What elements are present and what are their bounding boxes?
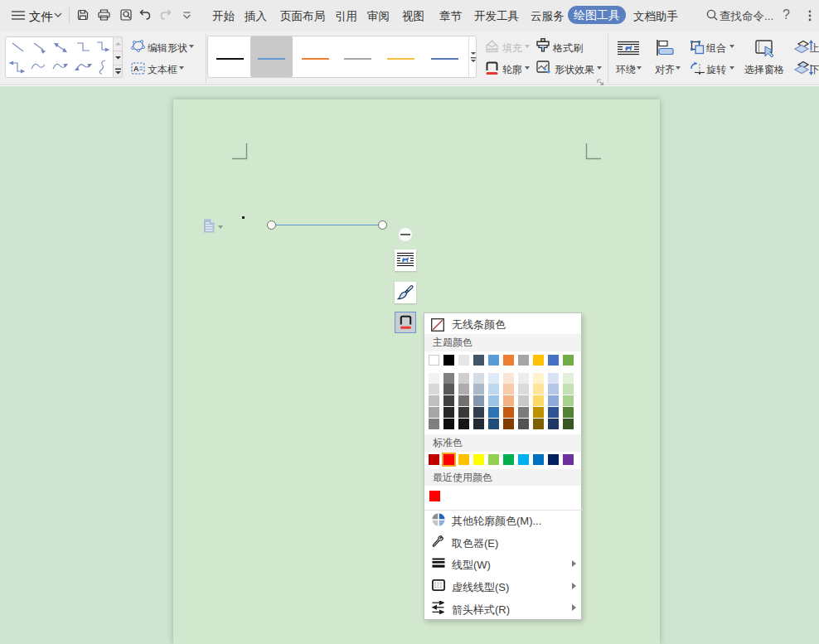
svg-text:A: A bbox=[133, 65, 139, 73]
